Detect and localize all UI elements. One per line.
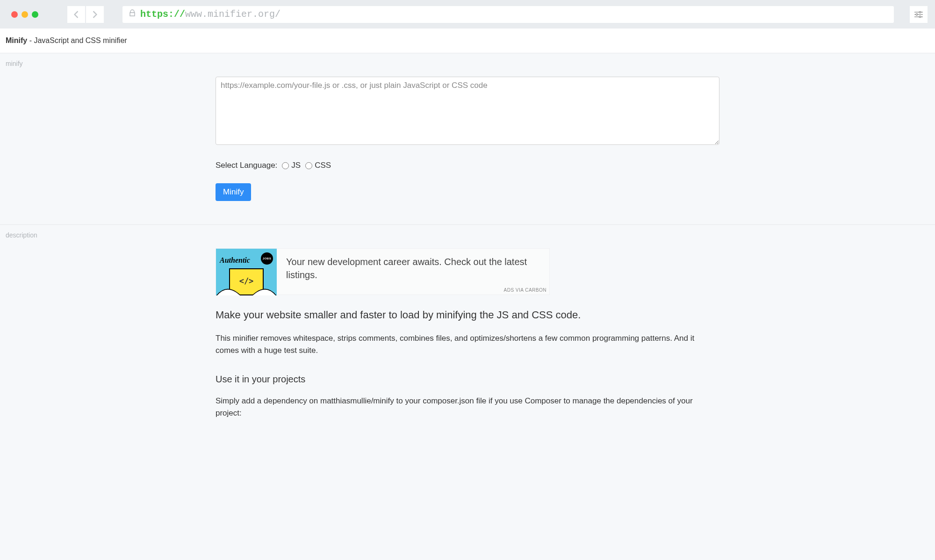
ad-jobs-badge: JOBS xyxy=(261,252,273,265)
brand-name: Minify xyxy=(6,36,27,44)
window-close-icon[interactable] xyxy=(11,11,18,18)
address-bar[interactable]: https://www.minifier.org/ xyxy=(122,6,894,23)
description-para2: Simply add a dependency on matthiasmulli… xyxy=(216,395,719,420)
ad-image: Authentic JOBS </> xyxy=(216,249,277,295)
radio-js-label[interactable]: JS xyxy=(282,161,301,170)
url-path: www.minifier.org/ xyxy=(185,9,280,20)
url-protocol: https:// xyxy=(140,9,185,20)
sliders-icon xyxy=(914,11,923,18)
ad-brand-script: Authentic xyxy=(220,256,250,265)
radio-css[interactable] xyxy=(305,162,312,169)
svg-point-3 xyxy=(916,14,918,15)
svg-point-5 xyxy=(919,16,921,18)
ad-via-label: ADS VIA CARBON xyxy=(504,287,547,293)
description-section: description Authentic JOBS </> Your new … xyxy=(0,225,935,454)
description-para1: This minifier removes whitespace, strips… xyxy=(216,332,719,357)
radio-js-text: JS xyxy=(291,161,301,170)
window-minimize-icon[interactable] xyxy=(22,11,28,18)
chevron-right-icon xyxy=(93,11,97,18)
nav-buttons xyxy=(67,6,104,23)
window-zoom-icon[interactable] xyxy=(32,11,38,18)
ad-hands-icon xyxy=(216,284,277,295)
settings-button[interactable] xyxy=(910,6,928,23)
description-headline: Make your website smaller and faster to … xyxy=(216,309,719,321)
section-label-description: description xyxy=(6,231,37,239)
section-label-minify: minify xyxy=(6,60,23,67)
select-language-label: Select Language: xyxy=(216,161,277,170)
page-header: Minify - JavaScript and CSS minifier xyxy=(0,29,935,53)
code-input[interactable] xyxy=(216,77,719,145)
minify-section: minify Select Language: JS CSS Minify xyxy=(0,53,935,225)
brand-tagline: - JavaScript and CSS minifier xyxy=(27,36,127,44)
minify-button[interactable]: Minify xyxy=(216,183,251,201)
description-subhead: Use it in your projects xyxy=(216,374,719,385)
forward-button[interactable] xyxy=(86,6,104,23)
language-row: Select Language: JS CSS xyxy=(216,161,719,170)
lock-icon xyxy=(129,9,136,20)
svg-point-1 xyxy=(919,11,921,13)
window-controls xyxy=(11,11,38,18)
browser-chrome: https://www.minifier.org/ xyxy=(0,0,935,29)
ad-card[interactable]: Authentic JOBS </> Your new development … xyxy=(216,248,550,295)
radio-css-text: CSS xyxy=(315,161,331,170)
chevron-left-icon xyxy=(74,11,79,18)
back-button[interactable] xyxy=(67,6,85,23)
radio-js[interactable] xyxy=(282,162,289,169)
radio-css-label[interactable]: CSS xyxy=(305,161,331,170)
